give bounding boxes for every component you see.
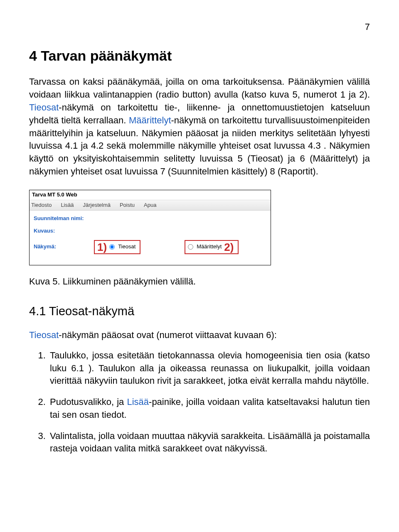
paragraph-1: Tarvassa on kaksi päänäkymää, joilla on … [29,76,370,178]
li2-highlight-lisaa: Lisää [127,397,149,407]
menu-item-tiedosto[interactable]: Tiedosto [31,201,52,209]
numbered-list: Taulukko, jossa esitetään tietokannassa … [29,349,370,456]
menu-item-apua[interactable]: Apua [144,201,156,209]
label-description: Kuvaus: [34,227,94,235]
p2-rest: -näkymän pääosat ovat (numerot viittaava… [59,330,277,340]
menu-item-poistu[interactable]: Poistu [120,201,135,209]
label-view: Näkymä: [34,243,94,250]
list-item-3: Valintalista, jolla voidaan muuttaa näky… [48,430,370,456]
figure-caption: Kuva 5. Liikkuminen päänäkymien välillä. [29,275,370,288]
annotation-box-1: 1) Tieosat [94,240,140,254]
annotation-number-1: 1) [97,242,107,253]
radio-maarittelyt-label: Määrittelyt [197,243,222,250]
radio-maarittelyt[interactable] [188,244,193,250]
p1-highlight-maarittelyt: Määrittelyt [129,115,171,125]
list-item-1: Taulukko, jossa esitetään tietokannassa … [48,349,370,387]
subsection-heading: 4.1 Tieosat-näkymä [29,303,370,320]
annotation-box-2: Määrittelyt 2) [185,240,239,254]
figure-screenshot: Tarva MT 5.0 Web Tiedosto Lisää Järjeste… [29,190,370,265]
annotation-number-2: 2) [224,242,234,253]
page-number: 7 [29,21,370,34]
section-heading: 4 Tarvan päänäkymät [29,46,370,66]
menu-bar: Tiedosto Lisää Järjestelmä Poistu Apua [30,200,271,211]
p2-highlight-tieosat: Tieosat [29,330,59,340]
label-plan-name: Suunnitelman nimi: [34,215,94,222]
li2-part-a: Pudotusvalikko, ja [50,397,127,407]
menu-item-lisaa[interactable]: Lisää [61,201,74,209]
list-item-2: Pudotusvalikko, ja Lisää-painike, joilla… [48,396,370,422]
p1-part-a: Tarvassa on kaksi päänäkymää, joilla on … [29,76,370,100]
paragraph-2: Tieosat-näkymän pääosat ovat (numerot vi… [29,329,370,342]
menu-item-jarjestelma[interactable]: Järjestelmä [83,201,110,209]
radio-tieosat-label: Tieosat [118,243,135,250]
app-title-bar: Tarva MT 5.0 Web [30,190,271,200]
p1-highlight-tieosat: Tieosat [29,102,59,113]
radio-tieosat[interactable] [109,244,115,250]
